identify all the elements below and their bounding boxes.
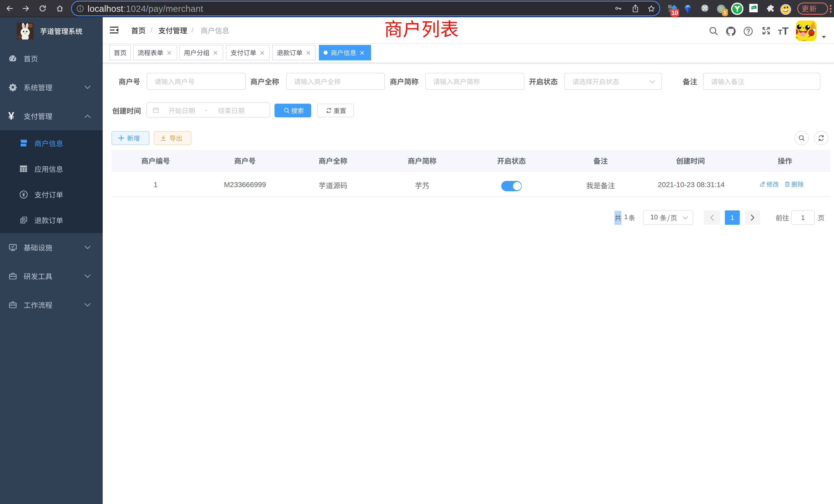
svg-text:10: 10	[672, 9, 678, 16]
